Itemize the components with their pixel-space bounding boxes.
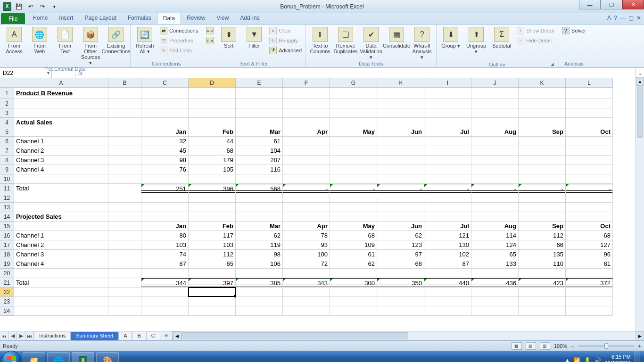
cell[interactable] <box>330 165 377 174</box>
ungroup-button[interactable]: ⬆Ungroup ▾ <box>465 26 487 54</box>
maximize-button[interactable]: ▢ <box>601 0 622 9</box>
row-header-12[interactable]: 12 <box>0 193 14 203</box>
cell[interactable] <box>424 118 471 127</box>
save-icon[interactable]: 💾 <box>14 1 24 12</box>
cell[interactable]: 112 <box>189 250 236 259</box>
cell[interactable] <box>108 288 141 297</box>
cell[interactable]: Aug <box>471 127 519 137</box>
cell[interactable]: Sep <box>519 222 566 231</box>
cell[interactable] <box>283 269 330 278</box>
vertical-scrollbar[interactable]: ▲ ▼ <box>636 77 644 340</box>
connections-button[interactable]: ⇄Connections <box>159 26 199 35</box>
taskbar-chrome[interactable]: 🌐 <box>47 352 70 362</box>
sheet-tab-instructions[interactable]: Instructions <box>34 332 71 340</box>
normal-view-button[interactable]: ▦ <box>512 342 522 350</box>
zoom-in-button[interactable]: + <box>638 343 641 349</box>
cell[interactable] <box>236 108 283 118</box>
new-sheet-button[interactable]: ✳ <box>160 331 173 340</box>
cell[interactable]: 135 <box>519 250 566 259</box>
row-header-17[interactable]: 17 <box>0 240 14 250</box>
cell[interactable]: 72 <box>283 259 330 269</box>
cell[interactable] <box>189 212 236 222</box>
cell[interactable] <box>14 108 108 118</box>
cell[interactable]: 44 <box>189 137 236 146</box>
cell[interactable] <box>141 118 189 127</box>
zoom-out-button[interactable]: − <box>571 343 574 349</box>
cell[interactable] <box>471 99 519 108</box>
sheet-tab-c[interactable]: C <box>146 332 160 340</box>
cell[interactable] <box>424 156 471 165</box>
cell[interactable]: 66 <box>519 240 566 250</box>
cell[interactable]: Aug <box>471 222 519 231</box>
cell[interactable]: Jul <box>424 127 471 137</box>
taskbar-excel[interactable]: X <box>72 352 94 362</box>
excel-icon[interactable]: X <box>2 1 12 12</box>
row-header-11[interactable]: 11 <box>0 184 14 193</box>
cell[interactable] <box>424 203 471 212</box>
qat-customize-icon[interactable]: ▾ <box>49 1 59 12</box>
cell[interactable] <box>141 193 189 203</box>
cell[interactable] <box>519 306 566 316</box>
cell[interactable] <box>14 193 108 203</box>
cell[interactable] <box>14 203 108 212</box>
cell[interactable] <box>141 212 189 222</box>
cell[interactable]: 121 <box>424 231 471 240</box>
cell[interactable]: 112 <box>519 231 566 240</box>
row-header-21[interactable]: 21 <box>0 278 14 288</box>
row-header-24[interactable]: 24 <box>0 306 14 316</box>
horizontal-scrollbar[interactable]: ◀ ▶ <box>173 331 644 340</box>
cell[interactable] <box>377 137 424 146</box>
cell[interactable] <box>471 146 519 156</box>
cell[interactable]: Oct <box>566 222 613 231</box>
mdi-restore-icon[interactable]: ▢ <box>628 15 634 21</box>
cell[interactable]: - <box>424 184 471 193</box>
cell[interactable] <box>519 174 566 184</box>
cell[interactable]: Actual Sales <box>14 118 108 127</box>
cell[interactable] <box>377 306 424 316</box>
cell[interactable] <box>108 222 141 231</box>
cell[interactable]: 106 <box>236 259 283 269</box>
cell[interactable] <box>141 88 189 99</box>
cell[interactable] <box>141 269 189 278</box>
scroll-thumb[interactable] <box>637 86 643 138</box>
cell[interactable] <box>566 297 613 306</box>
cell[interactable] <box>14 297 108 306</box>
cell[interactable]: 385 <box>236 278 283 288</box>
cell[interactable] <box>471 156 519 165</box>
cell[interactable]: Jan <box>141 127 189 137</box>
cell[interactable] <box>283 306 330 316</box>
cell[interactable]: 109 <box>330 240 377 250</box>
cell[interactable] <box>189 269 236 278</box>
cell[interactable] <box>566 165 613 174</box>
sheet-tab-b[interactable]: B <box>132 332 146 340</box>
row-header-23[interactable]: 23 <box>0 297 14 306</box>
cell[interactable] <box>377 146 424 156</box>
cell[interactable] <box>566 108 613 118</box>
row-header-8[interactable]: 8 <box>0 156 14 165</box>
taskbar-explorer[interactable]: 📁 <box>23 352 45 362</box>
cell[interactable] <box>108 156 141 165</box>
cell[interactable]: Channel 3 <box>14 156 108 165</box>
cell[interactable] <box>330 137 377 146</box>
cell[interactable] <box>377 108 424 118</box>
row-header-15[interactable]: 15 <box>0 222 14 231</box>
cell[interactable] <box>519 137 566 146</box>
scroll-up-icon[interactable]: ▲ <box>636 77 644 86</box>
cell[interactable] <box>283 88 330 99</box>
sheet-tab-summary-sheet[interactable]: Summary Sheet <box>71 332 118 340</box>
column-header-B[interactable]: B <box>108 78 141 88</box>
cell[interactable] <box>108 146 141 156</box>
cell[interactable]: 62 <box>236 231 283 240</box>
cell[interactable] <box>424 193 471 203</box>
sort-za-button[interactable]: Z↓A <box>205 36 215 45</box>
row-header-18[interactable]: 18 <box>0 250 14 259</box>
cell[interactable] <box>330 306 377 316</box>
cell[interactable]: Jan <box>141 222 189 231</box>
cell[interactable]: Mar <box>236 222 283 231</box>
tab-formulas[interactable]: Formulas <box>122 13 157 24</box>
cell[interactable] <box>471 306 519 316</box>
cell[interactable]: 344 <box>141 278 189 288</box>
cell[interactable] <box>566 156 613 165</box>
cell[interactable]: 68 <box>330 231 377 240</box>
cell[interactable]: 110 <box>519 259 566 269</box>
